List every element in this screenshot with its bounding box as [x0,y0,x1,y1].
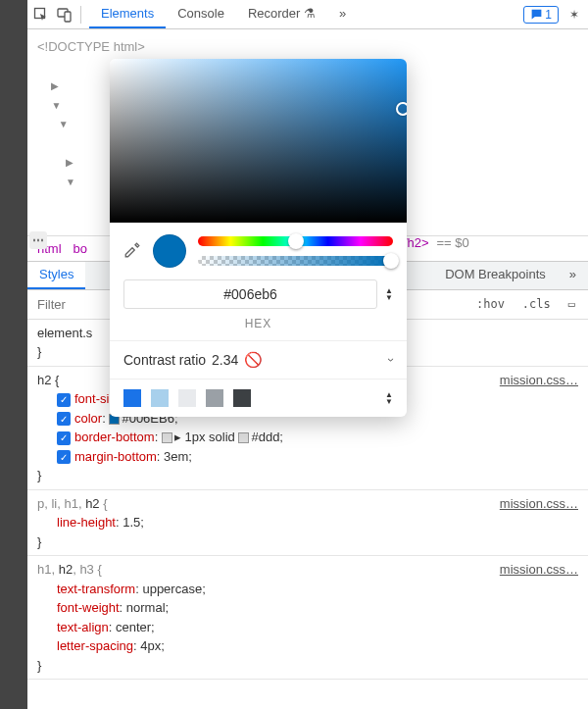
source-link[interactable]: mission.css… [500,494,578,514]
hue-thumb[interactable] [288,233,304,249]
toggle-checkbox[interactable]: ✓ [57,431,71,445]
contrast-row[interactable]: Contrast ratio 2.34 🚫 › [110,340,407,379]
svg-rect-2 [65,12,71,22]
sv-field[interactable] [110,59,407,223]
palette-swatch[interactable] [178,389,196,407]
contrast-label: Contrast ratio [123,352,206,368]
flask-icon: ⚗︎ [304,6,316,21]
alpha-slider[interactable] [198,256,393,266]
issues-badge[interactable]: 1 [523,6,559,24]
current-color-swatch [153,234,186,268]
new-style-rule-icon[interactable]: ▭ [562,294,582,314]
device-toggle-icon[interactable] [57,7,73,23]
palette-stepper[interactable]: ▲▼ [385,391,393,405]
hue-slider[interactable] [198,236,393,246]
doctype-node: <!DOCTYPE html> [37,39,145,54]
settings-icon[interactable]: ✶ [566,8,582,22]
hex-input[interactable] [123,279,377,309]
more-rows-icon[interactable]: ⋯ [29,231,47,249]
sv-cursor[interactable] [396,102,407,116]
tab-recorder[interactable]: Recorder ⚗︎ [236,0,327,28]
contrast-value: 2.34 [212,352,238,368]
window-left-strip [0,0,27,709]
panel-tabs: Elements Console Recorder ⚗︎ » [89,0,358,28]
color-picker: ▲▼ HEX Contrast ratio 2.34 🚫 › ▲▼ [110,59,407,417]
toggle-checkbox[interactable]: ✓ [57,412,71,426]
breadcrumb-item[interactable]: bo [74,241,87,256]
alpha-thumb[interactable] [383,253,399,269]
tab-recorder-label: Recorder [248,6,300,21]
hov-toggle[interactable]: :hov [469,294,512,314]
toggle-checkbox[interactable]: ✓ [57,450,71,464]
css-rule[interactable]: p, li, h1, h2 {mission.css…line-height: … [27,490,588,557]
css-rule[interactable]: h1, h2, h3 {mission.css…text-transform: … [27,556,588,680]
color-swatch[interactable] [162,432,172,443]
palette-swatch[interactable] [206,389,223,407]
subtabs-overflow[interactable]: » [558,262,588,289]
toggle-checkbox[interactable]: ✓ [57,393,71,407]
cls-toggle[interactable]: .cls [515,294,558,314]
subtab-dom-breakpoints[interactable]: DOM Breakpoints [433,262,558,289]
palette-swatch[interactable] [151,389,169,407]
inspect-icon[interactable] [33,7,49,23]
chat-icon [530,8,543,21]
source-link[interactable]: mission.css… [500,560,578,580]
format-label: HEX [110,317,407,340]
eyedropper-icon[interactable] [123,241,141,262]
palette-swatch[interactable] [123,389,141,407]
tab-console[interactable]: Console [166,0,236,28]
subtab-styles[interactable]: Styles [27,262,85,289]
chevron-down-icon: ▼ [385,398,393,405]
chevron-down-icon[interactable]: › [384,358,398,362]
tabs-overflow[interactable]: » [327,0,358,28]
issues-count: 1 [545,8,552,22]
format-stepper[interactable]: ▲▼ [385,287,393,301]
palette-swatch[interactable] [233,389,251,407]
tab-elements[interactable]: Elements [89,0,166,28]
color-swatch[interactable] [238,432,249,443]
chevron-down-icon: ▼ [385,294,393,301]
contrast-fail-icon: 🚫 [244,351,263,369]
source-link[interactable]: mission.css… [500,371,578,390]
devtools-toolbar: Elements Console Recorder ⚗︎ » 1 ✶ [27,0,588,29]
palette-row: ▲▼ [110,379,407,417]
selected-node-trail: /h2> == $0 [404,235,469,250]
